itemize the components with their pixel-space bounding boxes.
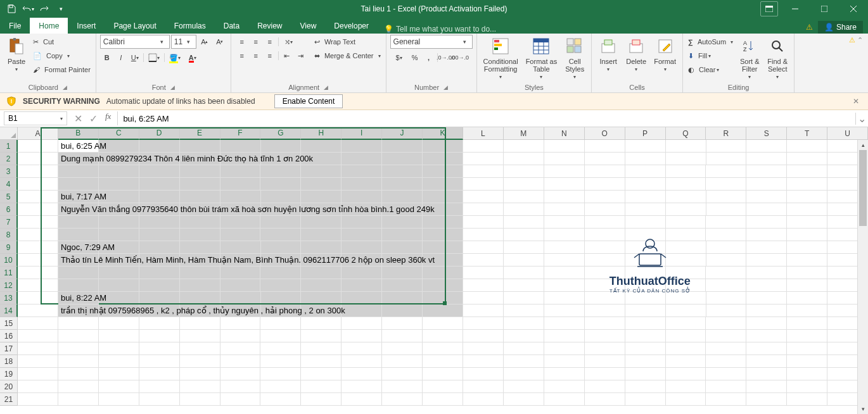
cell-S17[interactable] (746, 342, 787, 355)
cell-L9[interactable] (463, 241, 504, 254)
scroll-up-button[interactable]: ▴ (858, 140, 868, 150)
cell-J19[interactable] (382, 368, 423, 380)
cell-K15[interactable] (423, 317, 463, 330)
column-header-L[interactable]: L (463, 127, 504, 140)
cell-L13[interactable] (463, 292, 504, 304)
cell-E13[interactable] (180, 292, 220, 304)
cell-N7[interactable] (544, 216, 585, 229)
cell-A9[interactable] (18, 241, 58, 254)
cell-J5[interactable] (382, 191, 423, 203)
expand-formula-bar-button[interactable]: ⌄ (855, 113, 868, 125)
cell-J11[interactable] (382, 267, 423, 279)
column-header-J[interactable]: J (382, 127, 423, 140)
cell-A5[interactable] (18, 191, 58, 203)
cell-K20[interactable] (423, 380, 463, 393)
cell-R5[interactable] (706, 191, 747, 203)
cell-B12[interactable] (58, 279, 99, 292)
column-header-D[interactable]: D (139, 127, 180, 140)
cell-T15[interactable] (787, 317, 827, 330)
cell-L18[interactable] (463, 355, 504, 368)
cell-D8[interactable] (139, 229, 180, 241)
cell-G16[interactable] (260, 330, 301, 342)
cell-F17[interactable] (220, 342, 261, 355)
column-header-F[interactable]: F (220, 127, 261, 140)
cell-H7[interactable] (301, 216, 341, 229)
cell-B18[interactable] (58, 355, 99, 368)
cell-K8[interactable] (423, 229, 463, 241)
cell-K7[interactable] (423, 216, 463, 229)
cell-P6[interactable] (625, 203, 666, 216)
cell-B4[interactable] (58, 178, 99, 191)
cell-T19[interactable] (787, 368, 827, 380)
cell-O4[interactable] (585, 178, 625, 191)
cell-K9[interactable] (423, 241, 463, 254)
column-header-Q[interactable]: Q (666, 127, 706, 140)
cell-F11[interactable] (220, 267, 261, 279)
bold-button[interactable]: B (100, 51, 114, 65)
decrease-font-button[interactable]: A▾ (213, 35, 227, 49)
cell-N9[interactable] (544, 241, 585, 254)
cell-B20[interactable] (58, 380, 99, 393)
row-header-12[interactable]: 12 (0, 279, 18, 292)
cell-Q2[interactable] (666, 153, 706, 165)
cell-F4[interactable] (220, 178, 261, 191)
cell-E7[interactable] (180, 216, 220, 229)
cell-S19[interactable] (746, 368, 787, 380)
row-header-2[interactable]: 2 (0, 153, 18, 165)
align-left-button[interactable]: ≡ (235, 49, 249, 63)
cell-H18[interactable] (301, 355, 341, 368)
cell-Q17[interactable] (666, 342, 706, 355)
cell-Q12[interactable] (666, 279, 706, 292)
cell-S16[interactable] (746, 330, 787, 342)
column-header-M[interactable]: M (504, 127, 544, 140)
cell-B14[interactable]: trần thị nhật 0975968965 , k2 , pháp cổ … (58, 304, 99, 317)
cell-G9[interactable] (261, 241, 302, 254)
cell-Q13[interactable] (666, 292, 706, 304)
tab-formulas[interactable]: Formulas (165, 18, 215, 34)
cell-J4[interactable] (382, 178, 423, 191)
cell-F16[interactable] (220, 330, 261, 342)
fill-color-button[interactable]: 🪣▾ (166, 51, 184, 65)
row-header-3[interactable]: 3 (0, 165, 18, 178)
cell-C4[interactable] (99, 178, 139, 191)
cell-P15[interactable] (625, 317, 666, 330)
column-header-G[interactable]: G (260, 127, 301, 140)
cell-R2[interactable] (706, 153, 747, 165)
cell-A11[interactable] (18, 267, 58, 279)
cell-G21[interactable] (260, 393, 301, 406)
cell-F13[interactable] (220, 292, 261, 304)
cell-P17[interactable] (625, 342, 666, 355)
cell-O5[interactable] (585, 191, 625, 203)
cell-R19[interactable] (706, 368, 746, 380)
cell-H19[interactable] (301, 368, 341, 380)
cell-A4[interactable] (18, 178, 58, 191)
cell-F3[interactable] (220, 165, 261, 178)
cell-R14[interactable] (706, 304, 747, 317)
cell-I19[interactable] (341, 368, 382, 380)
cell-L6[interactable] (463, 203, 504, 216)
row-header-4[interactable]: 4 (0, 178, 18, 191)
cell-E12[interactable] (180, 279, 220, 292)
cell-E1[interactable] (180, 140, 220, 153)
cell-N5[interactable] (544, 191, 585, 203)
cell-B5[interactable]: bui, 7:17 AM (58, 191, 99, 203)
cell-Q20[interactable] (666, 380, 706, 393)
cell-E18[interactable] (180, 355, 220, 368)
cells-area[interactable]: bui, 6:25 AMDung mạnh 0899279234 Thôn 4 … (18, 140, 868, 414)
cell-P13[interactable] (625, 292, 666, 304)
italic-button[interactable]: I (114, 51, 128, 65)
cell-D15[interactable] (139, 317, 180, 330)
cell-K11[interactable] (423, 267, 463, 279)
cell-I11[interactable] (341, 267, 382, 279)
column-header-P[interactable]: P (625, 127, 666, 140)
cell-S15[interactable] (746, 317, 787, 330)
cell-I3[interactable] (341, 165, 382, 178)
cell-A3[interactable] (18, 165, 58, 178)
cell-D18[interactable] (139, 355, 180, 368)
cell-O1[interactable] (585, 140, 625, 153)
cell-K12[interactable] (423, 279, 463, 292)
border-button[interactable]: ▾ (145, 51, 163, 65)
cell-G18[interactable] (260, 355, 301, 368)
column-header-C[interactable]: C (99, 127, 139, 140)
cell-R17[interactable] (706, 342, 746, 355)
